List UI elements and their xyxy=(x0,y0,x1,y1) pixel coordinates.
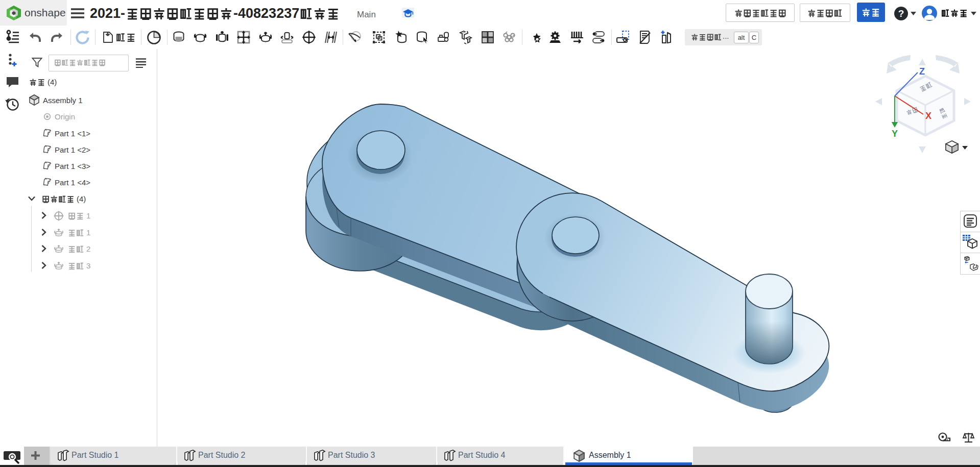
svg-text:Z: Z xyxy=(919,66,925,77)
svg-text:X: X xyxy=(925,111,931,121)
svg-text:Y: Y xyxy=(892,129,898,139)
